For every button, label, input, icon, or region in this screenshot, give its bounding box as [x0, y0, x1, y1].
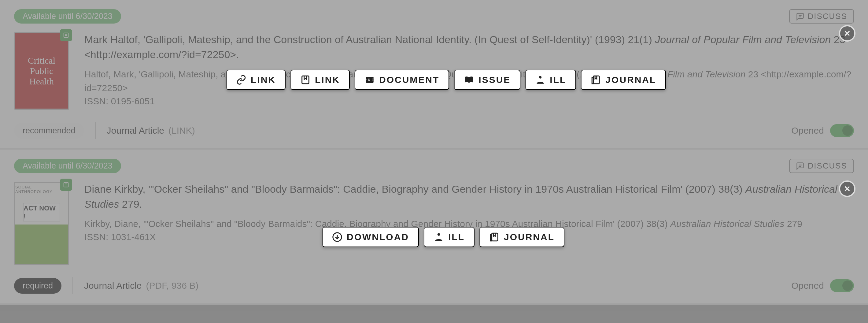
open-book-icon [464, 75, 474, 85]
download-icon [332, 232, 342, 242]
reader-icon [434, 232, 444, 242]
card-footer: recommended Journal Article (LINK) Opene… [14, 122, 854, 139]
bookmark-link-button[interactable]: LINK [290, 70, 350, 90]
svg-text:PDF: PDF [365, 78, 375, 82]
resource-type: Journal Article [84, 281, 142, 291]
resource-type-detail: (LINK) [168, 125, 195, 136]
pdf-icon: PDF [365, 75, 375, 85]
action-label: ISSUE [478, 75, 510, 85]
journal-icon [591, 75, 601, 85]
svg-rect-21 [490, 235, 492, 241]
requirement-pill[interactable]: required [14, 278, 61, 294]
reading-title[interactable]: Mark Haltof, 'Gallipoli, Mateship, and t… [84, 32, 854, 62]
card-footer: required Journal Article (PDF, 936 B) Op… [14, 277, 854, 294]
requirement-pill[interactable]: recommended [14, 123, 84, 139]
thumbnail-wrap[interactable]: Critical Public Health [14, 32, 69, 110]
action-label: JOURNAL [606, 75, 656, 85]
title-suffix: 279. [119, 198, 142, 210]
discuss-button[interactable]: DISCUSS [789, 159, 854, 173]
close-icon [843, 29, 851, 38]
ill-button[interactable]: ILL [424, 227, 474, 247]
discuss-label: DISCUSS [807, 161, 847, 171]
svg-point-13 [539, 76, 542, 79]
thumbnail: Critical Public Health [14, 32, 69, 110]
download-button[interactable]: DOWNLOAD [322, 227, 419, 247]
card-body: SOCIAL ANTHROPOLOGY ACT NOW ! Diane Kirk… [14, 182, 854, 265]
link-icon [236, 75, 246, 85]
opened-toggle[interactable] [830, 279, 854, 292]
discuss-label: DISCUSS [807, 11, 847, 21]
thumb-line: Public [30, 66, 54, 76]
action-bar: DOWNLOAD ILL JOURNAL [322, 227, 564, 247]
issue-button[interactable]: ISSUE [454, 70, 520, 90]
thumb-line: Health [29, 76, 54, 87]
thumb-badge-icon [60, 179, 72, 191]
bookmark-icon [300, 75, 311, 85]
close-icon [843, 184, 851, 193]
thumbnail-wrap[interactable]: SOCIAL ANTHROPOLOGY ACT NOW ! [14, 182, 69, 265]
action-bar: LINK LINK PDF DOCUMENT ISSUE ILL JOURNAL [226, 70, 666, 90]
close-actions-button[interactable] [839, 180, 856, 197]
resource-type: Journal Article [107, 125, 164, 136]
opened-toggle[interactable] [830, 124, 854, 137]
thumb-badge-icon [60, 29, 72, 41]
ill-button[interactable]: ILL [525, 70, 576, 90]
action-label: LINK [315, 75, 340, 85]
close-actions-button[interactable] [839, 25, 856, 41]
journal-button[interactable]: JOURNAL [581, 70, 666, 90]
citation-suffix: 279 [784, 219, 802, 229]
availability-pill: Available until 6/30/2023 [14, 9, 121, 24]
document-button[interactable]: PDF DOCUMENT [355, 70, 449, 90]
link-button[interactable]: LINK [226, 70, 285, 90]
svg-point-19 [437, 233, 440, 236]
citation-journal: Australian Historical Studies [670, 219, 784, 229]
thumb-grass [15, 225, 68, 264]
reading-title[interactable]: Diane Kirkby, '"Ocker Sheilahs" and "Blo… [84, 182, 854, 212]
title-prefix: Mark Haltof, 'Gallipoli, Mateship, and t… [84, 34, 655, 45]
chat-icon [796, 162, 804, 170]
issn: ISSN: 0195-6051 [84, 96, 854, 107]
journal-button[interactable]: JOURNAL [479, 227, 564, 247]
divider [72, 277, 73, 294]
action-label: DOCUMENT [379, 75, 439, 85]
chat-icon [796, 12, 804, 21]
svg-rect-15 [592, 78, 593, 84]
thumb-sign: ACT NOW ! [23, 203, 60, 222]
card-top-row: Available until 6/30/2023 DISCUSS [14, 159, 854, 173]
title-prefix: Diane Kirkby, '"Ocker Sheilahs" and "Blo… [84, 183, 745, 195]
title-journal: Journal of Popular Film and Television [655, 34, 831, 45]
opened-label: Opened [791, 281, 824, 291]
thumbnail: SOCIAL ANTHROPOLOGY ACT NOW ! [14, 182, 69, 265]
divider [95, 122, 96, 139]
discuss-button[interactable]: DISCUSS [789, 9, 854, 24]
resource-type-detail: (PDF, 936 B) [146, 281, 199, 291]
action-label: DOWNLOAD [347, 232, 409, 242]
thumb-line: Critical [28, 55, 55, 66]
availability-pill: Available until 6/30/2023 [14, 159, 121, 173]
svg-rect-10 [302, 76, 309, 84]
action-label: LINK [251, 75, 276, 85]
action-label: ILL [448, 232, 465, 242]
action-label: ILL [550, 75, 566, 85]
card-top-row: Available until 6/30/2023 DISCUSS [14, 9, 854, 24]
opened-label: Opened [791, 125, 824, 136]
journal-icon [489, 232, 500, 242]
action-label: JOURNAL [504, 232, 555, 242]
text-column: Diane Kirkby, '"Ocker Sheilahs" and "Blo… [84, 182, 854, 265]
reader-icon [535, 75, 546, 85]
